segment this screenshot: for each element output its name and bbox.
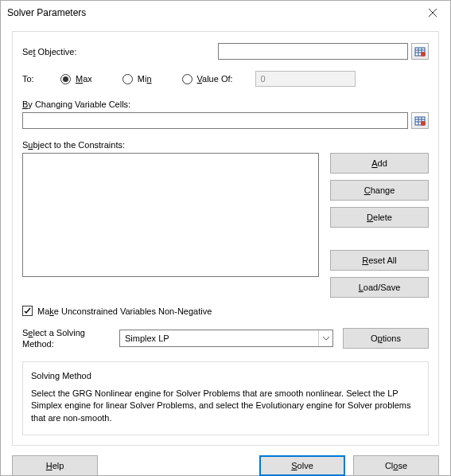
svg-point-13 xyxy=(421,121,426,126)
radio-valueof[interactable]: Value Of: xyxy=(182,74,233,84)
solving-method-info: Solving Method Select the GRG Nonlinear … xyxy=(22,361,429,436)
unconstrained-checkbox[interactable] xyxy=(22,306,33,316)
help-button[interactable]: Help xyxy=(12,455,98,476)
window-title: Solver Parameters xyxy=(7,7,415,18)
by-changing-label: By Changing Variable Cells: xyxy=(22,99,429,109)
radio-max[interactable]: Max xyxy=(60,74,92,84)
chevron-down-icon xyxy=(318,330,332,346)
unconstrained-label: Make Unconstrained Variables Non-Negativ… xyxy=(37,306,212,316)
set-objective-label: Set Objective: xyxy=(22,47,218,57)
add-button[interactable]: Add xyxy=(330,153,429,174)
reset-all-button[interactable]: Reset All xyxy=(330,250,429,271)
by-changing-row xyxy=(22,112,429,129)
to-label: To: xyxy=(22,74,60,84)
value-of-input[interactable] xyxy=(255,71,356,87)
cell-picker-button-2[interactable] xyxy=(411,112,429,129)
svg-point-7 xyxy=(421,52,426,57)
to-row: To: Max Min Value Of: xyxy=(22,71,429,87)
options-button[interactable]: Options xyxy=(343,328,429,349)
info-body: Select the GRG Nonlinear engine for Solv… xyxy=(31,388,420,426)
set-objective-row: Set Objective: xyxy=(22,43,429,60)
dialog-body: Set Objective: To: Max xyxy=(12,31,439,446)
radio-min[interactable]: Min xyxy=(122,74,152,84)
dialog-footer: Help Solve Close xyxy=(1,455,450,476)
method-selected: Simplex LP xyxy=(125,334,169,343)
constraint-buttons: Add Change Delete Reset All Load/Save xyxy=(330,153,429,298)
close-button[interactable]: Close xyxy=(353,455,439,476)
objective-input[interactable] xyxy=(218,43,408,60)
info-heading: Solving Method xyxy=(31,370,420,383)
to-radio-group: Max Min Value Of: xyxy=(60,71,356,87)
by-changing-input[interactable] xyxy=(22,112,408,129)
method-row: Select a SolvingMethod: Simplex LP Optio… xyxy=(22,327,429,350)
constraints-list[interactable] xyxy=(22,153,319,277)
change-button[interactable]: Change xyxy=(330,180,429,201)
method-select[interactable]: Simplex LP xyxy=(119,330,333,347)
constraints-area: Add Change Delete Reset All Load/Save xyxy=(22,153,429,298)
method-label: Select a SolvingMethod: xyxy=(22,327,110,350)
delete-button[interactable]: Delete xyxy=(330,207,429,228)
load-save-button[interactable]: Load/Save xyxy=(330,277,429,298)
close-icon[interactable] xyxy=(415,1,450,25)
cell-picker-icon xyxy=(414,116,426,126)
constraints-label: Subject to the Constraints: xyxy=(22,140,429,150)
title-bar: Solver Parameters xyxy=(1,1,450,25)
unconstrained-checkbox-row[interactable]: Make Unconstrained Variables Non-Negativ… xyxy=(22,306,429,316)
cell-picker-icon xyxy=(414,47,426,57)
cell-picker-button[interactable] xyxy=(411,43,429,60)
solver-dialog: Solver Parameters Set Objective: xyxy=(0,0,451,476)
solve-button[interactable]: Solve xyxy=(259,455,345,476)
